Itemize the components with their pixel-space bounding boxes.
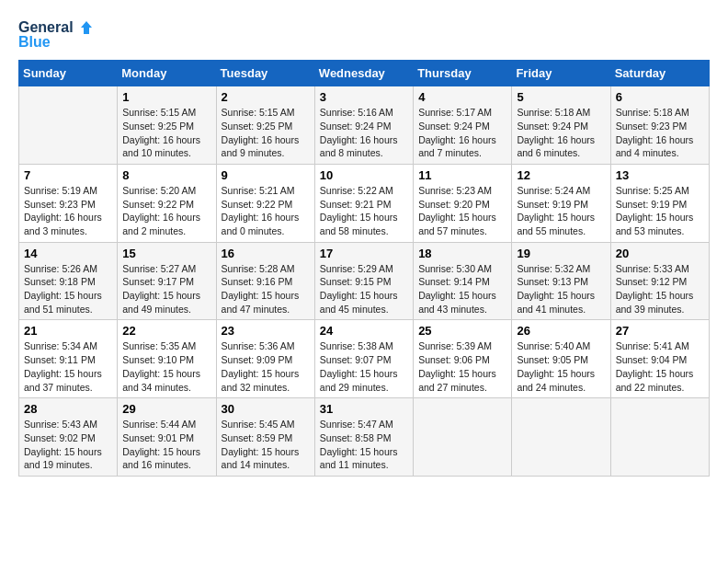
calendar-cell: 14Sunrise: 5:26 AM Sunset: 9:18 PM Dayli… — [19, 242, 118, 320]
day-info: Sunrise: 5:22 AM Sunset: 9:21 PM Dayligh… — [320, 184, 408, 238]
calendar-cell — [610, 398, 709, 477]
calendar-cell: 13Sunrise: 5:25 AM Sunset: 9:19 PM Dayli… — [610, 164, 709, 242]
logo-text-blue: Blue — [18, 33, 51, 51]
day-info: Sunrise: 5:43 AM Sunset: 9:02 PM Dayligh… — [24, 418, 112, 472]
svg-marker-0 — [81, 21, 92, 34]
calendar-cell: 28Sunrise: 5:43 AM Sunset: 9:02 PM Dayli… — [19, 398, 118, 477]
day-info: Sunrise: 5:28 AM Sunset: 9:16 PM Dayligh… — [222, 262, 310, 316]
day-info: Sunrise: 5:24 AM Sunset: 9:19 PM Dayligh… — [517, 184, 605, 238]
day-number: 22 — [122, 324, 210, 338]
day-info: Sunrise: 5:19 AM Sunset: 9:23 PM Dayligh… — [24, 184, 112, 238]
day-number: 5 — [517, 90, 605, 104]
day-info: Sunrise: 5:23 AM Sunset: 9:20 PM Dayligh… — [418, 184, 506, 238]
calendar-cell: 30Sunrise: 5:45 AM Sunset: 8:59 PM Dayli… — [216, 398, 314, 477]
day-info: Sunrise: 5:47 AM Sunset: 8:58 PM Dayligh… — [320, 418, 408, 472]
day-number: 11 — [418, 168, 506, 182]
calendar-cell: 4Sunrise: 5:17 AM Sunset: 9:24 PM Daylig… — [414, 86, 512, 165]
day-number: 27 — [616, 324, 704, 338]
day-number: 19 — [517, 247, 605, 260]
day-info: Sunrise: 5:34 AM Sunset: 9:11 PM Dayligh… — [24, 339, 112, 394]
calendar-cell: 5Sunrise: 5:18 AM Sunset: 9:24 PM Daylig… — [512, 86, 610, 165]
day-number: 2 — [222, 90, 310, 104]
day-number: 1 — [122, 90, 210, 104]
header-thursday: Thursday — [414, 61, 512, 86]
day-info: Sunrise: 5:20 AM Sunset: 9:22 PM Dayligh… — [122, 184, 210, 238]
day-number: 15 — [122, 247, 210, 260]
calendar-cell: 8Sunrise: 5:20 AM Sunset: 9:22 PM Daylig… — [118, 164, 216, 242]
header-sunday: Sunday — [19, 61, 118, 86]
day-number: 3 — [320, 90, 408, 104]
calendar-cell: 2Sunrise: 5:15 AM Sunset: 9:25 PM Daylig… — [216, 86, 314, 165]
calendar-cell: 24Sunrise: 5:38 AM Sunset: 9:07 PM Dayli… — [314, 320, 413, 398]
calendar-cell — [414, 398, 512, 477]
day-number: 29 — [122, 402, 210, 416]
calendar-cell: 16Sunrise: 5:28 AM Sunset: 9:16 PM Dayli… — [216, 242, 314, 320]
day-number: 25 — [418, 324, 506, 338]
day-info: Sunrise: 5:29 AM Sunset: 9:15 PM Dayligh… — [320, 262, 408, 316]
day-info: Sunrise: 5:25 AM Sunset: 9:19 PM Dayligh… — [616, 184, 704, 238]
day-info: Sunrise: 5:40 AM Sunset: 9:05 PM Dayligh… — [517, 339, 605, 394]
calendar-cell: 11Sunrise: 5:23 AM Sunset: 9:20 PM Dayli… — [414, 164, 512, 242]
calendar-cell — [19, 86, 118, 165]
calendar-cell: 20Sunrise: 5:33 AM Sunset: 9:12 PM Dayli… — [610, 242, 709, 320]
day-info: Sunrise: 5:27 AM Sunset: 9:17 PM Dayligh… — [122, 262, 210, 316]
calendar-week-row: 14Sunrise: 5:26 AM Sunset: 9:18 PM Dayli… — [19, 242, 710, 320]
calendar-cell: 19Sunrise: 5:32 AM Sunset: 9:13 PM Dayli… — [512, 242, 610, 320]
calendar-cell — [512, 398, 610, 477]
day-number: 23 — [222, 324, 310, 338]
day-number: 28 — [24, 402, 112, 416]
calendar-cell: 6Sunrise: 5:18 AM Sunset: 9:23 PM Daylig… — [610, 86, 709, 165]
calendar-cell: 7Sunrise: 5:19 AM Sunset: 9:23 PM Daylig… — [19, 164, 118, 242]
day-info: Sunrise: 5:21 AM Sunset: 9:22 PM Dayligh… — [222, 184, 310, 238]
calendar-cell: 12Sunrise: 5:24 AM Sunset: 9:19 PM Dayli… — [512, 164, 610, 242]
day-number: 31 — [320, 402, 408, 416]
day-number: 18 — [418, 247, 506, 260]
day-info: Sunrise: 5:30 AM Sunset: 9:14 PM Dayligh… — [418, 262, 506, 316]
calendar-cell: 1Sunrise: 5:15 AM Sunset: 9:25 PM Daylig… — [118, 86, 216, 165]
calendar-cell: 15Sunrise: 5:27 AM Sunset: 9:17 PM Dayli… — [118, 242, 216, 320]
calendar-table: SundayMondayTuesdayWednesdayThursdayFrid… — [18, 60, 710, 477]
day-info: Sunrise: 5:35 AM Sunset: 9:10 PM Dayligh… — [122, 339, 210, 394]
day-info: Sunrise: 5:16 AM Sunset: 9:24 PM Dayligh… — [320, 106, 408, 160]
calendar-cell: 29Sunrise: 5:44 AM Sunset: 9:01 PM Dayli… — [118, 398, 216, 477]
calendar-cell: 18Sunrise: 5:30 AM Sunset: 9:14 PM Dayli… — [414, 242, 512, 320]
header-wednesday: Wednesday — [314, 61, 413, 86]
day-info: Sunrise: 5:38 AM Sunset: 9:07 PM Dayligh… — [320, 339, 408, 394]
day-info: Sunrise: 5:17 AM Sunset: 9:24 PM Dayligh… — [418, 106, 506, 160]
calendar-cell: 21Sunrise: 5:34 AM Sunset: 9:11 PM Dayli… — [19, 320, 118, 398]
page-header: General Blue — [18, 18, 710, 51]
header-saturday: Saturday — [610, 61, 709, 86]
day-info: Sunrise: 5:32 AM Sunset: 9:13 PM Dayligh… — [517, 262, 605, 316]
header-monday: Monday — [118, 61, 216, 86]
day-number: 8 — [122, 168, 210, 182]
day-number: 13 — [616, 168, 704, 182]
day-number: 20 — [616, 247, 704, 260]
calendar-week-row: 7Sunrise: 5:19 AM Sunset: 9:23 PM Daylig… — [19, 164, 710, 242]
day-number: 21 — [24, 324, 112, 338]
day-number: 24 — [320, 324, 408, 338]
day-info: Sunrise: 5:15 AM Sunset: 9:25 PM Dayligh… — [122, 106, 210, 160]
calendar-week-row: 28Sunrise: 5:43 AM Sunset: 9:02 PM Dayli… — [19, 398, 710, 477]
calendar-cell: 23Sunrise: 5:36 AM Sunset: 9:09 PM Dayli… — [216, 320, 314, 398]
day-number: 6 — [616, 90, 704, 104]
day-info: Sunrise: 5:45 AM Sunset: 8:59 PM Dayligh… — [222, 418, 310, 472]
calendar-cell: 27Sunrise: 5:41 AM Sunset: 9:04 PM Dayli… — [610, 320, 709, 398]
calendar-cell: 25Sunrise: 5:39 AM Sunset: 9:06 PM Dayli… — [414, 320, 512, 398]
day-info: Sunrise: 5:36 AM Sunset: 9:09 PM Dayligh… — [222, 339, 310, 394]
day-info: Sunrise: 5:44 AM Sunset: 9:01 PM Dayligh… — [122, 418, 210, 472]
logo-arrow-icon — [75, 18, 94, 37]
calendar-cell: 31Sunrise: 5:47 AM Sunset: 8:58 PM Dayli… — [314, 398, 413, 477]
day-number: 14 — [24, 247, 112, 260]
header-friday: Friday — [512, 61, 610, 86]
logo: General Blue — [18, 18, 94, 51]
calendar-cell: 26Sunrise: 5:40 AM Sunset: 9:05 PM Dayli… — [512, 320, 610, 398]
day-info: Sunrise: 5:15 AM Sunset: 9:25 PM Dayligh… — [222, 106, 310, 160]
calendar-week-row: 21Sunrise: 5:34 AM Sunset: 9:11 PM Dayli… — [19, 320, 710, 398]
day-info: Sunrise: 5:18 AM Sunset: 9:24 PM Dayligh… — [517, 106, 605, 160]
day-number: 10 — [320, 168, 408, 182]
day-number: 30 — [222, 402, 310, 416]
day-number: 17 — [320, 247, 408, 260]
day-number: 7 — [24, 168, 112, 182]
day-number: 16 — [222, 247, 310, 260]
day-info: Sunrise: 5:33 AM Sunset: 9:12 PM Dayligh… — [616, 262, 704, 316]
